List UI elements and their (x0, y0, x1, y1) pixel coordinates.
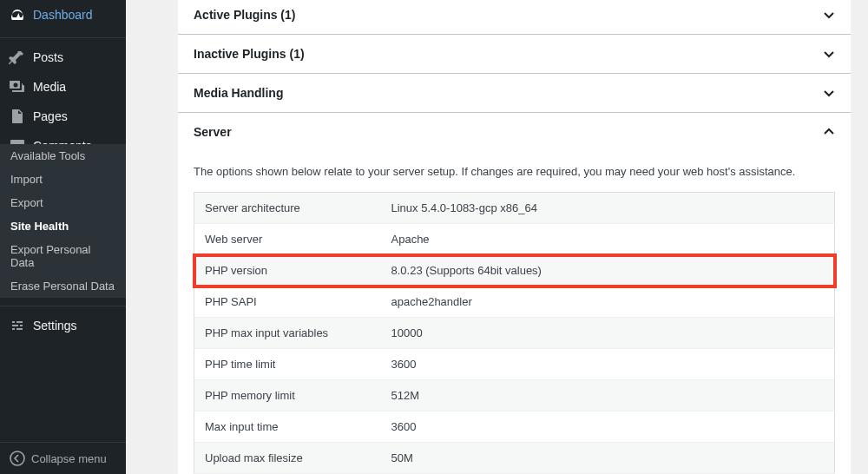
accordion-label: Media Handling (194, 86, 283, 100)
row-label: Server architecture (194, 193, 381, 224)
row-label: Web server (194, 224, 381, 255)
row-value: 8.0.23 (Supports 64bit values) (381, 255, 835, 286)
submenu-import[interactable]: Import (0, 168, 126, 191)
dashboard-icon (9, 6, 26, 23)
row-value: 3600 (381, 349, 835, 380)
table-row: PHP time limit3600 (194, 349, 835, 380)
table-row: Max input time3600 (194, 411, 835, 443)
row-value: 10000 (381, 318, 835, 349)
main-content: Active Plugins (1) Inactive Plugins (1) … (126, 0, 868, 474)
accordion-label: Server (194, 125, 232, 139)
sidebar-label: Settings (33, 319, 77, 332)
menu-separator (0, 34, 126, 38)
server-panel-body: The options shown below relate to your s… (178, 151, 851, 474)
admin-sidebar: Dashboard Posts Media Pages Comments App… (0, 0, 126, 474)
sidebar-label: Media (33, 80, 66, 94)
chevron-down-icon (823, 48, 835, 60)
sidebar-item-pages[interactable]: Pages (0, 102, 126, 131)
table-row: Upload max filesize50M (194, 443, 835, 474)
submenu-site-health[interactable]: Site Health (0, 214, 126, 238)
row-label: PHP version (194, 255, 381, 286)
collapse-icon (9, 450, 26, 467)
menu-separator (0, 302, 126, 306)
sidebar-item-settings[interactable]: Settings (0, 311, 126, 340)
submenu-erase-personal-data[interactable]: Erase Personal Data (0, 274, 126, 298)
accordion-active-plugins[interactable]: Active Plugins (1) (178, 0, 851, 35)
row-value: apache2handler (381, 286, 835, 318)
table-row: PHP SAPIapache2handler (194, 286, 835, 318)
sidebar-label: Posts (33, 50, 63, 64)
row-value: Apache (381, 224, 835, 255)
row-label: PHP time limit (194, 349, 381, 380)
row-value: Linux 5.4.0-1083-gcp x86_64 (381, 193, 835, 224)
accordion-media-handling[interactable]: Media Handling (178, 74, 851, 113)
svg-point-0 (10, 451, 24, 465)
row-value: 512M (381, 380, 835, 411)
submenu-export[interactable]: Export (0, 191, 126, 214)
row-label: Max input time (194, 411, 381, 443)
accordion-inactive-plugins[interactable]: Inactive Plugins (1) (178, 35, 851, 74)
accordion-label: Active Plugins (1) (194, 8, 295, 22)
sidebar-label: Dashboard (33, 8, 93, 22)
sidebar-label: Pages (33, 109, 68, 123)
accordion-server[interactable]: Server (178, 113, 851, 151)
chevron-up-icon (823, 126, 835, 138)
table-row: PHP max input variables10000 (194, 318, 835, 349)
row-value: 50M (381, 443, 835, 474)
chevron-down-icon (823, 9, 835, 21)
submenu-available-tools[interactable]: Available Tools (0, 144, 126, 168)
media-icon (9, 78, 26, 95)
sidebar-item-media[interactable]: Media (0, 72, 126, 102)
table-row: PHP version8.0.23 (Supports 64bit values… (194, 255, 835, 286)
settings-icon (9, 317, 26, 334)
row-label: PHP max input variables (194, 318, 381, 349)
sidebar-item-posts[interactable]: Posts (0, 43, 126, 72)
sidebar-item-comments[interactable]: Comments (0, 131, 126, 144)
chevron-down-icon (823, 87, 835, 99)
tools-submenu: Available Tools Import Export Site Healt… (0, 144, 126, 298)
sidebar-item-dashboard[interactable]: Dashboard (0, 0, 126, 30)
comments-icon (9, 137, 26, 144)
row-value: 3600 (381, 411, 835, 443)
collapse-menu-button[interactable]: Collapse menu (0, 442, 126, 474)
pin-icon (9, 49, 26, 66)
row-label: PHP SAPI (194, 286, 381, 318)
accordion-label: Inactive Plugins (1) (194, 47, 305, 61)
table-row: PHP memory limit512M (194, 380, 835, 411)
row-label: PHP memory limit (194, 380, 381, 411)
table-row: Web serverApache (194, 224, 835, 255)
server-description: The options shown below relate to your s… (194, 151, 835, 192)
row-label: Upload max filesize (194, 443, 381, 474)
table-row: Server architectureLinux 5.4.0-1083-gcp … (194, 193, 835, 224)
submenu-export-personal-data[interactable]: Export Personal Data (0, 238, 126, 274)
pages-icon (9, 108, 26, 125)
server-info-table: Server architectureLinux 5.4.0-1083-gcp … (194, 192, 835, 474)
